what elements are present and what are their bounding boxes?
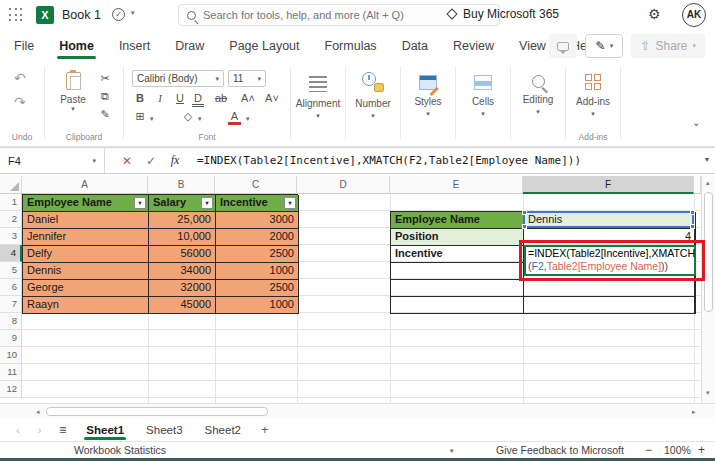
- borders-button[interactable]: ⊞: [132, 110, 148, 123]
- column-header-b[interactable]: B: [148, 176, 215, 194]
- filter-dropdown-icon[interactable]: ▾: [284, 197, 296, 209]
- tab-draw[interactable]: Draw: [175, 32, 204, 60]
- fill-color-button[interactable]: ◇: [180, 110, 196, 123]
- active-cell-formula-editor[interactable]: =INDEX(Table2[Incentive],XMATCH (F2,Tabl…: [524, 245, 696, 276]
- strikethrough-button[interactable]: ab: [212, 92, 230, 104]
- table1-header-incentive[interactable]: Incentive▾: [216, 195, 299, 212]
- column-header-d[interactable]: D: [297, 176, 390, 194]
- tab-home[interactable]: Home: [59, 32, 94, 60]
- row-header-4[interactable]: 4: [0, 245, 22, 262]
- cell-f3-value[interactable]: 4: [524, 229, 696, 246]
- number-button[interactable]: Number ▾: [346, 62, 400, 146]
- cell-a7[interactable]: Raayn: [23, 297, 149, 314]
- zoom-out-icon[interactable]: −: [645, 443, 652, 457]
- filter-dropdown-icon[interactable]: ▾: [134, 197, 146, 209]
- column-header-e[interactable]: E: [390, 176, 523, 194]
- italic-button[interactable]: I: [152, 92, 168, 104]
- addins-button[interactable]: Add-ins ▾ Add-ins: [566, 62, 620, 146]
- row-header-6[interactable]: 6: [0, 279, 22, 296]
- excel-logo-icon[interactable]: X: [36, 6, 54, 24]
- collapse-ribbon-icon[interactable]: ⌄: [692, 117, 700, 128]
- bold-button[interactable]: B: [132, 92, 148, 104]
- cancel-icon[interactable]: ✕: [115, 154, 139, 168]
- row-header-8[interactable]: 8: [0, 313, 22, 330]
- undo-icon[interactable]: ↶: [14, 70, 26, 86]
- cell-e3-label[interactable]: Position: [391, 229, 524, 246]
- editing-button[interactable]: Editing ▾: [511, 62, 565, 146]
- format-painter-icon[interactable]: ✎: [97, 108, 113, 121]
- tab-view[interactable]: View: [519, 32, 546, 60]
- row-header-11[interactable]: 11: [0, 364, 22, 381]
- insert-function-icon[interactable]: fx: [163, 153, 187, 168]
- cell-b7[interactable]: 45000: [149, 297, 216, 314]
- tab-formulas[interactable]: Formulas: [325, 32, 377, 60]
- cell-c5[interactable]: 1000: [216, 263, 299, 280]
- next-sheet-icon[interactable]: ›: [38, 424, 42, 436]
- tab-file[interactable]: File: [14, 32, 34, 60]
- cell-e2-label[interactable]: Employee Name: [391, 212, 524, 229]
- status-options-chevron-icon[interactable]: ▾: [450, 447, 454, 455]
- prev-sheet-icon[interactable]: ‹: [16, 424, 20, 436]
- styles-button[interactable]: Styles ▾: [401, 62, 455, 146]
- cell-b3[interactable]: 10,000: [149, 229, 216, 246]
- cell-e7[interactable]: [391, 297, 524, 314]
- underline-button[interactable]: U: [172, 92, 188, 104]
- tab-insert[interactable]: Insert: [119, 32, 150, 60]
- add-sheet-icon[interactable]: +: [261, 422, 269, 437]
- row-header-10[interactable]: 10: [0, 347, 22, 364]
- feedback-button[interactable]: Give Feedback to Microsoft: [496, 444, 624, 456]
- tab-data[interactable]: Data: [402, 32, 428, 60]
- settings-gear-icon[interactable]: ⚙: [648, 6, 661, 22]
- table1-header-employee-name[interactable]: Employee Name▾: [23, 195, 149, 212]
- cell-e4-label[interactable]: Incentive: [391, 246, 524, 263]
- redo-icon[interactable]: ↷: [14, 94, 26, 110]
- cells-button[interactable]: Cells ▾: [456, 62, 510, 146]
- vertical-scrollbar[interactable]: ▴ ▾: [701, 176, 715, 403]
- row-header-2[interactable]: 2: [0, 211, 22, 228]
- comments-button[interactable]: [549, 34, 577, 58]
- tab-page-layout[interactable]: Page Layout: [229, 32, 299, 60]
- column-header-c[interactable]: C: [215, 176, 297, 194]
- workbook-statistics-button[interactable]: Workbook Statistics: [74, 444, 166, 456]
- cell-a4[interactable]: Delfy: [23, 246, 149, 263]
- horizontal-scroll-thumb[interactable]: [46, 407, 268, 416]
- cell-c6[interactable]: 2500: [216, 280, 299, 297]
- grow-font-button[interactable]: A˄: [238, 92, 258, 104]
- table1-header-salary[interactable]: Salary▾: [149, 195, 216, 212]
- cell-b4[interactable]: 56000: [149, 246, 216, 263]
- font-name-select[interactable]: Calibri (Body) ▾: [132, 70, 224, 87]
- font-size-select[interactable]: 11 ▾: [228, 70, 266, 87]
- double-underline-button[interactable]: D: [192, 92, 204, 107]
- buy-microsoft-365-button[interactable]: Buy Microsoft 365: [448, 7, 559, 21]
- cut-icon[interactable]: ✂: [97, 72, 113, 85]
- row-header-12[interactable]: 12: [0, 381, 22, 398]
- cell-b2[interactable]: 25,000: [149, 212, 216, 229]
- scroll-up-icon[interactable]: ▴: [706, 179, 710, 187]
- copy-icon[interactable]: ⧉: [97, 90, 113, 103]
- sheet-tab-sheet3[interactable]: Sheet3: [144, 420, 184, 440]
- column-header-a[interactable]: A: [22, 176, 148, 194]
- sheet-tab-sheet2[interactable]: Sheet2: [203, 420, 243, 440]
- name-box[interactable]: F4 ▾: [0, 148, 105, 173]
- zoom-level[interactable]: 100%: [664, 444, 691, 456]
- cell-b6[interactable]: 32000: [149, 280, 216, 297]
- enter-icon[interactable]: ✓: [139, 154, 163, 168]
- cell-a5[interactable]: Dennis: [23, 263, 149, 280]
- cell-c7[interactable]: 1000: [216, 297, 299, 314]
- workbook-title[interactable]: Book 1: [62, 8, 101, 22]
- search-input[interactable]: [203, 9, 473, 21]
- cell-c2[interactable]: 3000: [216, 212, 299, 229]
- title-chevron-icon[interactable]: ▾: [131, 9, 135, 17]
- cell-a6[interactable]: George: [23, 280, 149, 297]
- sheet-tab-sheet1[interactable]: Sheet1: [84, 420, 126, 440]
- zoom-in-icon[interactable]: +: [698, 443, 705, 457]
- cell-e6[interactable]: [391, 280, 524, 297]
- tab-review[interactable]: Review: [453, 32, 494, 60]
- all-sheets-menu-icon[interactable]: ≡: [59, 423, 66, 437]
- column-header-g-partial[interactable]: [694, 176, 701, 194]
- row-header-9[interactable]: 9: [0, 330, 22, 347]
- horizontal-scrollbar[interactable]: ◂ ▸: [0, 403, 715, 418]
- font-color-button[interactable]: A: [228, 110, 241, 125]
- scroll-right-icon[interactable]: ▸: [692, 408, 696, 416]
- alignment-button[interactable]: Alignment ▾: [291, 62, 345, 146]
